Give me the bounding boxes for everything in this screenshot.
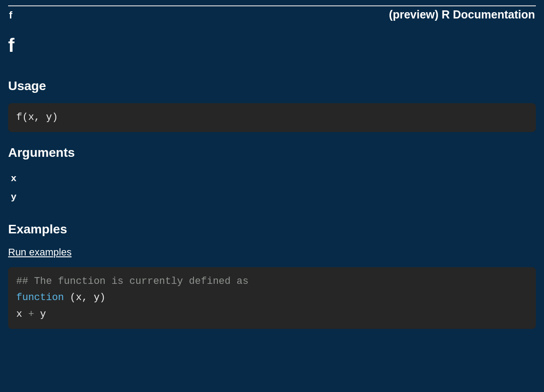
usage-code-block: f(x, y) <box>8 103 536 132</box>
top-rule <box>8 5 536 6</box>
code-op-plus: + <box>28 309 34 320</box>
section-examples-heading: Examples <box>8 222 536 237</box>
run-examples-link[interactable]: Run examples <box>8 246 72 258</box>
code-keyword-function: function <box>16 292 64 303</box>
section-usage-heading: Usage <box>8 79 536 93</box>
doc-header-source: (preview) R Documentation <box>389 8 535 21</box>
code-comment: ## The function is currently defined as <box>16 276 249 287</box>
examples-code-block: ## The function is currently defined as … <box>8 267 536 329</box>
doc-header-topic: f <box>9 9 12 21</box>
code-body-rhs: y <box>34 309 46 320</box>
page-title: f <box>8 35 536 56</box>
code-signature: (x, y) <box>64 292 106 303</box>
argument-item: x <box>11 170 536 188</box>
doc-header: f (preview) R Documentation <box>9 8 535 21</box>
section-arguments-heading: Arguments <box>8 146 536 160</box>
arguments-list: x y <box>11 170 536 207</box>
code-body-lhs: x <box>16 309 28 320</box>
argument-item: y <box>11 188 536 207</box>
